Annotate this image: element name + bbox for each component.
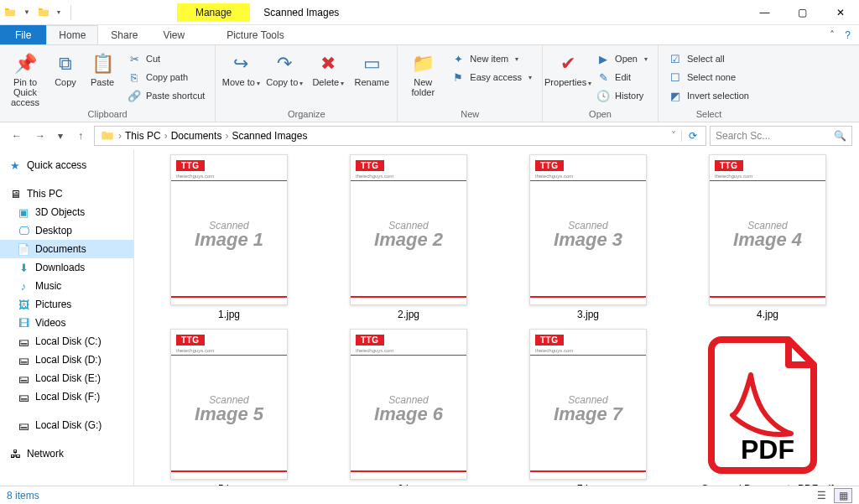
file-item[interactable]: TTG thetechguys.com Scanned Image 3 3.jp… bbox=[500, 154, 676, 320]
delete-button[interactable]: ✖ Delete▾ bbox=[308, 47, 348, 88]
copy-to-button[interactable]: ↷ Copy to▾ bbox=[264, 47, 305, 88]
content-area: ★Quick access 🖥This PC ▣3D Objects 🖵Desk… bbox=[0, 149, 859, 486]
file-item[interactable]: TTG thetechguys.com Scanned Image 6 6.jp… bbox=[320, 329, 497, 486]
group-label: Clipboard bbox=[5, 107, 210, 122]
back-button[interactable]: ← bbox=[7, 126, 27, 146]
breadcrumb-documents[interactable]: Documents bbox=[168, 130, 226, 142]
paste-shortcut-button[interactable]: 🔗Paste shortcut bbox=[122, 87, 210, 104]
select-none-button[interactable]: ☐Select none bbox=[664, 69, 754, 86]
details-view-button[interactable]: ☰ bbox=[812, 488, 830, 503]
rename-button[interactable]: ▭ Rename bbox=[351, 47, 392, 87]
copy-button[interactable]: ⧉ Copy bbox=[49, 47, 82, 87]
share-tab[interactable]: Share bbox=[98, 25, 150, 44]
breadcrumb-this-pc[interactable]: This PC bbox=[122, 130, 164, 142]
breadcrumb-scanned-images[interactable]: Scanned Images bbox=[228, 130, 310, 142]
file-name: 4.jpg bbox=[757, 309, 778, 320]
item-count: 8 items bbox=[7, 490, 39, 501]
sidebar-desktop[interactable]: 🖵Desktop bbox=[0, 221, 133, 240]
up-button[interactable]: ↑ bbox=[70, 126, 91, 146]
file-item[interactable]: TTG thetechguys.com Scanned Image 4 4.jp… bbox=[679, 154, 856, 320]
svg-text:PDF: PDF bbox=[741, 434, 794, 465]
file-item[interactable]: TTG thetechguys.com Scanned Image 2 2.jp… bbox=[320, 154, 497, 320]
search-input[interactable]: Search Sc... 🔍 bbox=[710, 126, 852, 146]
sidebar-3d-objects[interactable]: ▣3D Objects bbox=[0, 203, 133, 221]
easy-access-button[interactable]: ⚑Easy access▾ bbox=[446, 69, 537, 86]
cut-button[interactable]: ✂Cut bbox=[122, 50, 210, 67]
forward-button[interactable]: → bbox=[30, 126, 50, 146]
sidebar-network[interactable]: 🖧Network bbox=[0, 444, 133, 463]
sidebar-music[interactable]: ♪Music bbox=[0, 277, 133, 295]
sidebar-disk-d[interactable]: 🖴Local Disk (D:) bbox=[0, 351, 133, 369]
ribbon-group-clipboard: 📌 Pin to Quick access ⧉ Copy 📋 Paste ✂Cu… bbox=[0, 45, 216, 122]
refresh-button[interactable]: ⟳ bbox=[681, 130, 704, 142]
ribbon-minimize-icon[interactable]: ˄ bbox=[830, 29, 835, 41]
thumbnails-view-button[interactable]: ▦ bbox=[834, 488, 852, 503]
edit-button[interactable]: ✎Edit bbox=[591, 69, 653, 86]
file-tab[interactable]: File bbox=[0, 25, 46, 44]
file-item-pdf[interactable]: PDF Scanned Documents PDF.pdf bbox=[679, 329, 856, 486]
open-icon: ▶ bbox=[596, 52, 610, 65]
paste-icon: 📋 bbox=[89, 52, 116, 75]
invert-selection-icon: ◩ bbox=[669, 89, 682, 102]
recent-locations-button[interactable]: ▾ bbox=[54, 126, 67, 146]
new-item-button[interactable]: ✦New item▾ bbox=[446, 50, 537, 67]
addr-dropdown-icon[interactable]: ˅ bbox=[666, 130, 681, 142]
file-name: 1.jpg bbox=[218, 309, 240, 320]
delete-icon: ✖ bbox=[315, 52, 341, 75]
file-list[interactable]: TTG thetechguys.com Scanned Image 1 1.jp… bbox=[134, 149, 859, 486]
history-icon: 🕓 bbox=[596, 89, 610, 102]
sidebar-disk-g[interactable]: 🖴Local Disk (G:) bbox=[0, 416, 133, 434]
help-icon[interactable]: ? bbox=[845, 29, 851, 41]
move-to-button[interactable]: ↪ Move to▾ bbox=[221, 47, 261, 88]
disk-icon: 🖴 bbox=[17, 372, 30, 385]
music-icon: ♪ bbox=[17, 279, 30, 293]
properties-icon: ✔ bbox=[554, 52, 581, 75]
view-tab[interactable]: View bbox=[150, 25, 197, 44]
copy-to-icon: ↷ bbox=[271, 52, 298, 75]
address-bar[interactable]: › This PC › Documents › Scanned Images ˅… bbox=[94, 126, 706, 146]
home-tab[interactable]: Home bbox=[46, 25, 98, 44]
new-folder-button[interactable]: 📁 New folder bbox=[403, 47, 443, 97]
videos-icon: 🎞 bbox=[17, 316, 30, 330]
folder-icon[interactable] bbox=[35, 4, 52, 21]
file-item[interactable]: TTG thetechguys.com Scanned Image 1 1.jp… bbox=[141, 154, 317, 320]
picture-tools-tab[interactable]: Picture Tools bbox=[214, 25, 296, 44]
folder-icon[interactable] bbox=[2, 4, 18, 21]
image-thumbnail: TTG thetechguys.com Scanned Image 1 bbox=[170, 154, 288, 305]
maximize-button[interactable]: ▢ bbox=[784, 0, 821, 25]
sidebar-pictures[interactable]: 🖼Pictures bbox=[0, 295, 133, 314]
ttg-logo: TTG bbox=[356, 160, 384, 171]
copy-path-button[interactable]: ⎘Copy path bbox=[122, 69, 210, 86]
documents-icon: 📄 bbox=[17, 242, 30, 256]
sidebar-documents[interactable]: 📄Documents bbox=[0, 240, 133, 258]
sidebar-videos[interactable]: 🎞Videos bbox=[0, 314, 133, 332]
sidebar-disk-f[interactable]: 🖴Local Disk (F:) bbox=[0, 387, 133, 406]
disk-icon: 🖴 bbox=[17, 418, 30, 432]
qat-dropdown-icon[interactable]: ▼ bbox=[20, 8, 34, 16]
sidebar-disk-e[interactable]: 🖴Local Disk (E:) bbox=[0, 369, 133, 387]
file-item[interactable]: TTG thetechguys.com Scanned Image 7 7.jp… bbox=[500, 329, 676, 486]
close-button[interactable]: ✕ bbox=[821, 0, 859, 25]
context-tab-manage[interactable]: Manage bbox=[177, 3, 250, 22]
paste-button[interactable]: 📋 Paste bbox=[86, 47, 119, 87]
history-button[interactable]: 🕓History bbox=[591, 87, 653, 104]
open-button[interactable]: ▶Open▾ bbox=[591, 50, 653, 67]
ttg-logo: TTG bbox=[535, 160, 564, 171]
pin-to-quick-access-button[interactable]: 📌 Pin to Quick access bbox=[5, 47, 45, 107]
minimize-button[interactable]: — bbox=[746, 0, 784, 25]
tagline: thetechguys.com bbox=[176, 348, 214, 353]
quick-access-toolbar: ▼ ▾ bbox=[0, 4, 78, 21]
sidebar-this-pc[interactable]: 🖥This PC bbox=[0, 184, 133, 203]
file-item[interactable]: TTG thetechguys.com Scanned Image 5 5.jp… bbox=[141, 329, 317, 486]
select-all-button[interactable]: ☑Select all bbox=[664, 50, 754, 67]
properties-button[interactable]: ✔ Properties▾ bbox=[548, 47, 588, 88]
ribbon-group-open: ✔ Properties▾ ▶Open▾ ✎Edit 🕓History Open bbox=[543, 45, 659, 122]
pictures-icon: 🖼 bbox=[17, 298, 30, 311]
pdf-icon: PDF bbox=[705, 329, 830, 480]
sidebar-quick-access[interactable]: ★Quick access bbox=[0, 156, 133, 174]
invert-selection-button[interactable]: ◩Invert selection bbox=[664, 87, 754, 104]
sidebar-downloads[interactable]: ⬇Downloads bbox=[0, 258, 133, 277]
image-thumbnail: TTG thetechguys.com Scanned Image 4 bbox=[709, 154, 826, 305]
sidebar-disk-c[interactable]: 🖴Local Disk (C:) bbox=[0, 332, 133, 351]
qat-dropdown-icon[interactable]: ▾ bbox=[54, 8, 64, 16]
